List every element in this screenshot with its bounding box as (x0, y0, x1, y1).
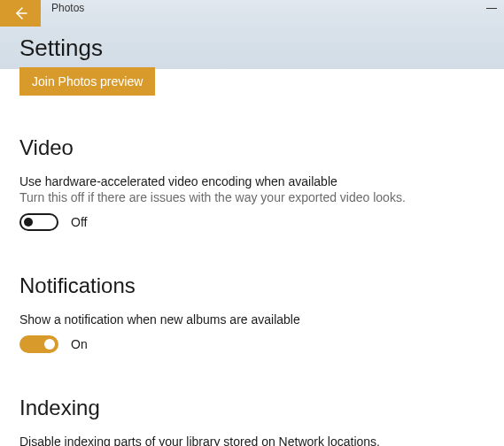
minimize-button[interactable] (486, 7, 497, 9)
notifications-heading: Notifications (19, 273, 485, 298)
video-toggle-row: Off (19, 213, 485, 231)
back-button[interactable] (0, 0, 41, 27)
settings-content: Join Photos preview Video Use hardware-a… (0, 69, 504, 446)
indexing-heading: Indexing (19, 396, 485, 420)
toggle-knob (44, 339, 55, 350)
toggle-knob (24, 218, 33, 227)
video-setting-title: Use hardware-accelerated video encoding … (19, 174, 485, 188)
video-heading: Video (19, 135, 485, 160)
header-band: Settings (0, 27, 504, 69)
notifications-toggle-label: On (71, 337, 88, 351)
video-toggle[interactable] (19, 213, 58, 231)
video-toggle-label: Off (71, 215, 87, 229)
arrow-left-icon (12, 5, 28, 21)
page-title: Settings (19, 35, 103, 62)
notifications-toggle-row: On (19, 335, 485, 353)
join-preview-button[interactable]: Join Photos preview (19, 67, 155, 96)
notifications-setting-title: Show a notification when new albums are … (19, 312, 485, 327)
titlebar: Photos (0, 0, 504, 27)
app-title: Photos (51, 2, 84, 14)
notifications-toggle[interactable] (19, 335, 58, 353)
video-setting-desc: Turn this off if there are issues with t… (19, 190, 485, 204)
indexing-setting-title: Disable indexing parts of your library s… (19, 434, 485, 446)
